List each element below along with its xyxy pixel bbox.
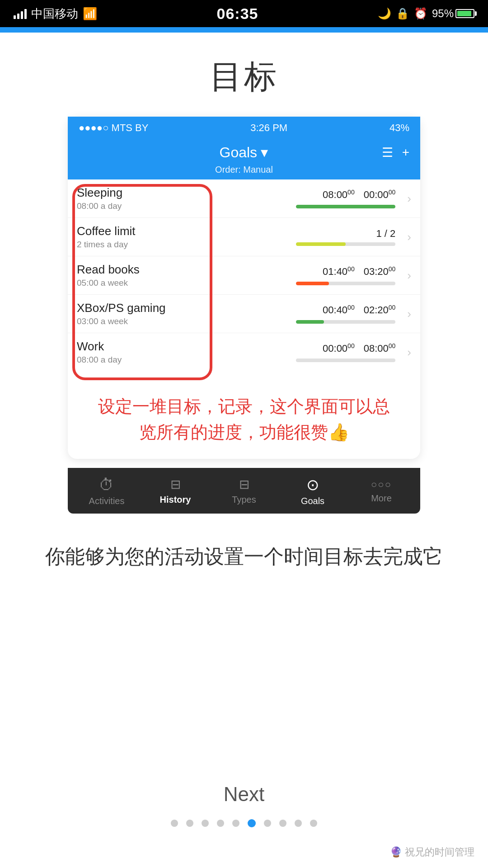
add-icon[interactable]: + xyxy=(402,145,409,160)
phone-battery: 43% xyxy=(389,122,409,134)
history-label: History xyxy=(160,495,191,505)
phone-time: 3:26 PM xyxy=(250,122,287,134)
types-icon: ⊟ xyxy=(239,478,249,491)
progress-fill-readbooks xyxy=(296,282,329,285)
battery-fill xyxy=(457,11,471,16)
dot-9[interactable] xyxy=(310,820,317,827)
dot-5[interactable] xyxy=(248,819,256,827)
progress-bar-sleeping xyxy=(296,205,395,208)
goal-times-gaming: 00:4000 02:2000 xyxy=(323,304,395,316)
dot-4[interactable] xyxy=(232,820,239,827)
arrow-icon-work: › xyxy=(407,345,411,359)
types-label: Types xyxy=(232,495,256,505)
watermark-icon: 🔮 xyxy=(390,846,402,858)
more-icon: ○○○ xyxy=(371,480,392,490)
signal-icon xyxy=(14,8,27,19)
tab-goals[interactable]: ⊙ Goals xyxy=(278,477,347,506)
dot-1[interactable] xyxy=(186,820,193,827)
goal-name-gaming: XBox/PS gaming xyxy=(77,301,217,315)
activities-icon: ⏱ xyxy=(99,477,114,492)
battery-display: 95% xyxy=(432,7,474,20)
time-val-8: 08:0000 xyxy=(364,342,396,354)
dot-2[interactable] xyxy=(202,820,209,827)
time-val-7: 00:0000 xyxy=(323,342,355,354)
time-val-4: 03:2000 xyxy=(364,265,396,278)
dots-pagination xyxy=(171,819,317,827)
goal-times-sleeping: 08:0000 00:0000 xyxy=(323,189,395,201)
dropdown-icon: ▾ xyxy=(261,144,268,161)
dot-6[interactable] xyxy=(264,820,271,827)
goal-row-gaming[interactable]: XBox/PS gaming 03:00 a week 00:4000 02:2… xyxy=(68,295,420,333)
goal-times-work: 00:0000 08:0000 xyxy=(323,342,395,354)
phone-top-bar: ●●●●○ MTS BY 3:26 PM 43% Goals ▾ ☰ + Ord… xyxy=(68,117,420,179)
phone-carrier: ●●●●○ MTS BY xyxy=(79,122,148,134)
goal-sub-sleeping: 08:00 a day xyxy=(77,201,217,211)
goal-row-readbooks[interactable]: Read books 05:00 a week 01:4000 03:2000 … xyxy=(68,256,420,295)
phone-tab-bar: ⏱ Activities ⊟ History ⊟ Types ⊙ Goals ○… xyxy=(68,468,420,514)
goal-times-readbooks: 01:4000 03:2000 xyxy=(323,265,395,278)
progress-fill-sleeping xyxy=(296,205,395,208)
arrow-icon-sleeping: › xyxy=(407,192,411,206)
phone-screenshot: ●●●●○ MTS BY 3:26 PM 43% Goals ▾ ☰ + Ord… xyxy=(68,117,420,459)
goal-name-sleeping: Sleeping xyxy=(77,186,217,200)
history-icon: ⊟ xyxy=(170,478,181,491)
phone-title-bar: Goals ▾ ☰ + xyxy=(68,139,420,165)
tab-history[interactable]: ⊟ History xyxy=(141,478,210,505)
goal-row-sleeping[interactable]: Sleeping 08:00 a day 08:0000 00:0000 › xyxy=(68,179,420,218)
goal-stats-coffee: 1 / 2 xyxy=(217,228,403,246)
goal-info-coffee: Coffee limit 2 times a day xyxy=(77,224,217,250)
progress-bar-work xyxy=(296,359,395,362)
progress-fill-gaming xyxy=(296,320,324,324)
goal-row-coffee[interactable]: Coffee limit 2 times a day 1 / 2 › xyxy=(68,218,420,256)
filter-icon[interactable]: ☰ xyxy=(382,145,393,160)
phone-status-bar: ●●●●○ MTS BY 3:26 PM 43% xyxy=(68,117,420,139)
battery-percent: 95% xyxy=(432,7,454,20)
status-right: 🌙 🔒 ⏰ 95% xyxy=(378,7,474,20)
goal-stats-gaming: 00:4000 02:2000 xyxy=(217,304,403,323)
tab-types[interactable]: ⊟ Types xyxy=(210,478,278,505)
goal-sub-coffee: 2 times a day xyxy=(77,240,217,250)
dot-0[interactable] xyxy=(171,820,178,827)
goal-info-work: Work 08:00 a day xyxy=(77,340,217,365)
moon-icon: 🌙 xyxy=(378,7,391,20)
goal-name-readbooks: Read books xyxy=(77,263,217,277)
arrow-icon-coffee: › xyxy=(407,230,411,244)
alarm-icon: ⏰ xyxy=(414,7,427,20)
tab-activities[interactable]: ⏱ Activities xyxy=(72,477,141,506)
goal-name-coffee: Coffee limit xyxy=(77,224,217,238)
progress-fill-coffee xyxy=(296,242,346,246)
goal-row-work[interactable]: Work 08:00 a day 00:0000 08:0000 › xyxy=(68,333,420,371)
status-bar: 中国移动 📶 06:35 🌙 🔒 ⏰ 95% xyxy=(0,0,488,27)
battery-icon xyxy=(455,9,474,18)
goal-stats-work: 00:0000 08:0000 xyxy=(217,342,403,362)
time-val-5: 00:4000 xyxy=(323,304,355,316)
progress-bar-gaming xyxy=(296,320,395,324)
dot-3[interactable] xyxy=(217,820,224,827)
dot-7[interactable] xyxy=(279,820,286,827)
phone-top-icons: ☰ + xyxy=(382,145,409,160)
goal-stats-readbooks: 01:4000 03:2000 xyxy=(217,265,403,285)
carrier-label: 中国移动 xyxy=(31,6,78,22)
goals-list: Sleeping 08:00 a day 08:0000 00:0000 › xyxy=(68,179,420,376)
time-val-1: 08:0000 xyxy=(323,189,355,201)
order-label: Order: Manual xyxy=(68,165,420,179)
wifi-icon: 📶 xyxy=(83,7,97,21)
status-left: 中国移动 📶 xyxy=(14,6,97,22)
goal-sub-work: 08:00 a day xyxy=(77,355,217,365)
activities-label: Activities xyxy=(89,496,125,506)
lock-icon: 🔒 xyxy=(396,7,409,20)
watermark-text: 祝兄的时间管理 xyxy=(405,846,474,858)
tab-more[interactable]: ○○○ More xyxy=(347,480,416,504)
time-val-2: 00:0000 xyxy=(364,189,396,201)
goals-icon: ⊙ xyxy=(306,477,319,492)
goal-info-gaming: XBox/PS gaming 03:00 a week xyxy=(77,301,217,326)
more-label: More xyxy=(371,493,392,504)
coffee-fraction: 1 / 2 xyxy=(376,228,396,240)
arrow-icon-gaming: › xyxy=(407,307,411,321)
next-button[interactable]: Next xyxy=(224,783,264,806)
dot-8[interactable] xyxy=(295,820,302,827)
goal-info-sleeping: Sleeping 08:00 a day xyxy=(77,186,217,211)
progress-bar-readbooks xyxy=(296,282,395,285)
goal-sub-readbooks: 05:00 a week xyxy=(77,278,217,288)
goal-name-work: Work xyxy=(77,340,217,354)
